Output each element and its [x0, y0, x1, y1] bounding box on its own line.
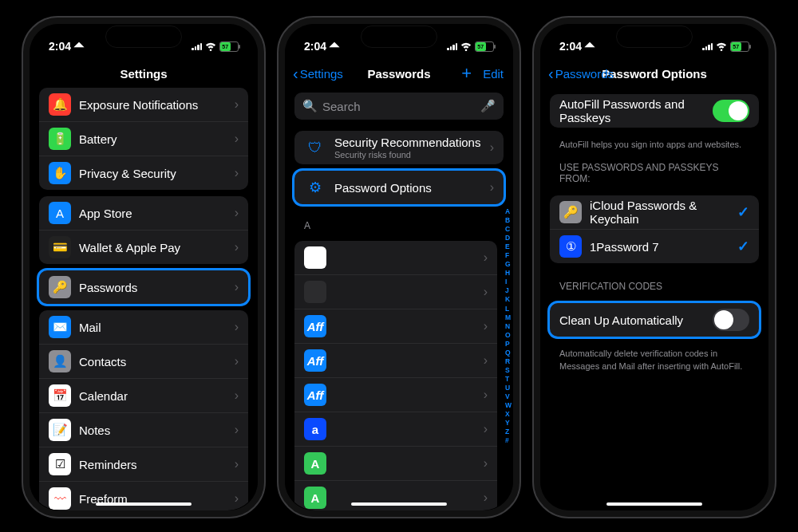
chevron-icon: › — [235, 206, 239, 220]
chevron-icon: › — [235, 491, 239, 506]
settings-row-freeform[interactable]: 〰Freeform› — [39, 481, 248, 510]
home-indicator[interactable] — [351, 502, 447, 506]
settings-row-app-store[interactable]: AApp Store› — [39, 196, 248, 230]
row-label: App Store — [79, 207, 227, 220]
dynamic-island — [616, 26, 693, 48]
navbar: ‹Settings Passwords +Edit — [285, 59, 513, 88]
battery-icon: 57 — [730, 41, 749, 52]
chevron-icon: › — [235, 132, 239, 146]
search-placeholder: Search — [322, 100, 476, 113]
password-item[interactable]: Aff› — [294, 309, 497, 343]
row-label: Mail — [79, 321, 227, 334]
app-icon: Aff — [304, 384, 326, 406]
password-item[interactable]: a› — [294, 412, 497, 446]
row-label: Contacts — [79, 355, 227, 368]
app-icon — [304, 246, 326, 269]
password-item[interactable]: Aff› — [294, 343, 497, 377]
settings-row-reminders[interactable]: ☑Reminders› — [39, 447, 248, 481]
section-header: A — [285, 211, 513, 234]
cleanup-label: Clean Up Automatically — [559, 313, 705, 327]
index-bar[interactable]: ABCDEFGHIJKLMNOPQRSTUVWXYZ# — [505, 207, 512, 445]
mail-icon: ✉️ — [49, 316, 71, 338]
chevron-icon: › — [484, 491, 488, 505]
exposure-notifications-icon: 🔔 — [49, 93, 71, 116]
settings-row-exposure-notifications[interactable]: 🔔Exposure Notifications› — [39, 88, 248, 121]
row-label: Password Options — [334, 181, 482, 195]
row-label: Reminders — [79, 458, 227, 471]
chevron-icon: › — [484, 388, 488, 402]
page-title: Password Options — [602, 67, 707, 81]
wallet-apple-pay-icon: 💳 — [49, 236, 71, 258]
settings-row-battery[interactable]: 🔋Battery› — [39, 121, 248, 156]
signal-icon — [447, 42, 457, 50]
search-input[interactable]: 🔍 Search 🎤 — [294, 93, 504, 120]
home-indicator[interactable] — [96, 502, 192, 506]
app-icon: Aff — [304, 349, 326, 372]
privacy-security-icon: ✋ — [49, 162, 71, 184]
password-item[interactable]: A› — [294, 446, 497, 480]
dynamic-island — [105, 26, 182, 48]
row-security-recommendations[interactable]: 🛡Security RecommendationsSecurity risks … — [294, 131, 504, 164]
settings-row-contacts[interactable]: 👤Contacts› — [39, 344, 248, 378]
cleanup-footer: Automatically delete verification codes … — [540, 343, 768, 372]
chevron-icon: › — [484, 319, 488, 333]
add-button[interactable]: + — [461, 63, 472, 84]
freeform-icon: 〰 — [49, 487, 71, 510]
app-icon: Aff — [304, 315, 326, 337]
phone-password-options: 2:04◤ 57 ‹Passwords Password Options Aut… — [532, 16, 776, 518]
row-label: Passwords — [79, 281, 227, 294]
row-label: Calendar — [79, 389, 227, 403]
settings-row-wallet-apple-pay[interactable]: 💳Wallet & Apple Pay› — [39, 230, 248, 264]
dynamic-island — [361, 26, 437, 48]
settings-row-calendar[interactable]: 📅Calendar› — [39, 378, 248, 412]
page-title: Settings — [120, 67, 167, 81]
app-icon — [304, 281, 326, 303]
page-title: Passwords — [367, 67, 430, 81]
time: 2:04 — [304, 40, 326, 53]
chevron-icon: › — [484, 422, 488, 436]
time: 2:04 — [559, 40, 582, 53]
autofill-footer: AutoFill helps you sign into apps and we… — [540, 134, 768, 151]
chevron-icon: › — [235, 280, 239, 294]
row-label: Exposure Notifications — [79, 98, 227, 112]
contacts-icon: 👤 — [49, 350, 71, 372]
mic-icon[interactable]: 🎤 — [480, 99, 496, 113]
back-button[interactable]: ‹Passwords — [548, 65, 614, 83]
back-button[interactable]: ‹Settings — [293, 65, 343, 83]
cleanup-toggle[interactable] — [713, 309, 749, 331]
password-item[interactable]: › — [294, 274, 497, 309]
password-options-icon: ⚙ — [304, 176, 326, 199]
settings-row-privacy-security[interactable]: ✋Privacy & Security› — [39, 156, 248, 190]
provider-icloud-keychain[interactable]: 🔑iCloud Passwords & Keychain✓ — [550, 195, 759, 229]
app-store-icon: A — [49, 202, 71, 224]
signal-icon — [702, 42, 713, 50]
autofill-toggle[interactable] — [713, 100, 749, 122]
time: 2:04 — [49, 40, 71, 53]
signal-icon — [192, 42, 202, 50]
row-password-options[interactable]: ⚙Password Options› — [294, 171, 504, 204]
chevron-icon: › — [235, 423, 239, 437]
security-recommendations-icon: 🛡 — [304, 136, 326, 159]
edit-button[interactable]: Edit — [483, 67, 504, 81]
password-item[interactable]: › — [294, 241, 497, 274]
settings-row-mail[interactable]: ✉️Mail› — [39, 310, 248, 344]
check-icon: ✓ — [737, 203, 749, 221]
use-passwords-header: USE PASSWORDS AND PASSKEYS FROM: — [540, 151, 768, 189]
home-indicator[interactable] — [606, 502, 702, 506]
autofill-toggle-row[interactable]: AutoFill Passwords and Passkeys — [550, 94, 759, 128]
settings-row-passwords[interactable]: 🔑Passwords› — [39, 270, 248, 304]
settings-row-notes[interactable]: 📝Notes› — [39, 412, 248, 447]
chevron-icon: › — [235, 320, 239, 334]
chevron-icon: › — [235, 166, 239, 180]
password-item[interactable]: A› — [294, 480, 497, 510]
notes-icon: 📝 — [49, 419, 71, 441]
check-icon: ✓ — [737, 238, 749, 255]
chevron-icon: › — [235, 388, 239, 403]
chevron-icon: › — [484, 456, 488, 471]
provider-1password[interactable]: ①1Password 7✓ — [550, 229, 759, 263]
app-icon: A — [304, 487, 326, 509]
cleanup-toggle-row[interactable]: Clean Up Automatically — [550, 303, 759, 337]
wifi-icon — [205, 41, 216, 51]
password-item[interactable]: Aff› — [294, 377, 497, 412]
autofill-label: AutoFill Passwords and Passkeys — [559, 97, 705, 124]
